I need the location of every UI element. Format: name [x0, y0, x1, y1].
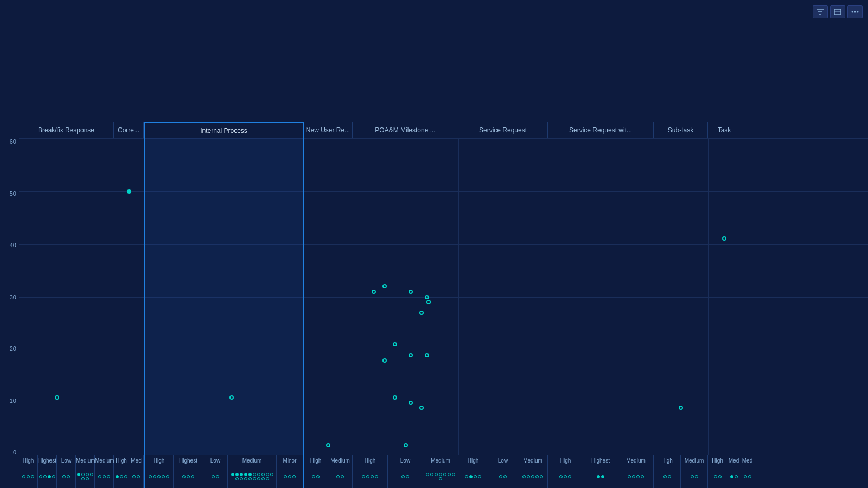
toolbar [813, 5, 863, 18]
col-header-internal[interactable]: Internal Process [144, 122, 304, 138]
y-tick-50: 50 [1, 190, 16, 197]
x-dot [448, 473, 451, 476]
x-col-int-highest: Highest [174, 455, 203, 488]
chart-area: 0 10 20 30 40 50 60 Break/fix Response C… [0, 122, 868, 488]
x-dot [527, 475, 530, 478]
more-button[interactable] [847, 5, 863, 18]
x-dot [735, 475, 738, 478]
v-grid-line [114, 138, 114, 455]
x-dot [469, 475, 473, 478]
scatter-dot [382, 358, 387, 363]
x-col-int-minor: Minor [277, 455, 304, 488]
x-dot [362, 475, 365, 478]
x-dot [375, 475, 378, 478]
svg-rect-3 [834, 9, 841, 15]
x-dot [288, 475, 291, 478]
x-col-int-med: Medium [228, 455, 277, 488]
x-dot [27, 475, 30, 478]
x-dot [235, 477, 239, 480]
x-dot [564, 475, 567, 478]
x-dot [153, 475, 156, 478]
scatter-dot [382, 284, 387, 288]
plot-and-xaxis: High Highest [19, 138, 868, 488]
x-dot [39, 475, 42, 478]
x-dot [98, 475, 101, 478]
x-dot [212, 475, 215, 478]
x-dot [628, 475, 631, 478]
x-dot [120, 475, 123, 478]
x-dot [149, 475, 152, 478]
x-dot [632, 475, 635, 478]
x-dot [244, 473, 247, 476]
x-dot [235, 473, 239, 476]
x-dot [48, 475, 51, 478]
scatter-dot [393, 395, 397, 400]
scatter-dot [393, 342, 397, 346]
x-dot [695, 475, 698, 478]
x-col-task-med1: Med [727, 455, 741, 488]
x-dot [474, 475, 477, 478]
x-dot [426, 473, 429, 476]
x-dot [540, 475, 543, 478]
x-dot [90, 473, 93, 476]
x-col-st-high: High [654, 455, 681, 488]
plot-area [19, 138, 868, 455]
x-dot [266, 473, 269, 476]
x-col-sr-low: Low [488, 455, 518, 488]
x-dot [435, 473, 438, 476]
x-col-nu-high: High [304, 455, 328, 488]
x-dot [366, 475, 369, 478]
x-dot [691, 475, 694, 478]
x-col-corre-high: High [114, 455, 129, 488]
scatter-dot [425, 295, 429, 299]
x-dot [253, 473, 256, 476]
v-grid-line [741, 138, 741, 455]
x-dot [231, 473, 234, 476]
x-col-sr-high: High [458, 455, 488, 488]
x-dot [103, 475, 106, 478]
x-dot [597, 475, 600, 478]
x-dot [312, 475, 315, 478]
svg-point-5 [852, 11, 853, 13]
x-dot [439, 473, 442, 476]
v-grid-line [304, 138, 304, 455]
col-header-sub-task: Sub-task [654, 122, 708, 138]
column-headers: Break/fix Response Corre... Internal Pro… [19, 122, 868, 138]
v-grid-line [654, 138, 654, 455]
v-grid-line [708, 138, 709, 455]
x-dot [663, 475, 667, 478]
x-dot [137, 475, 140, 478]
x-dot [43, 475, 47, 478]
x-dot [248, 473, 252, 476]
filter-button[interactable] [813, 5, 828, 18]
expand-button[interactable] [830, 5, 845, 18]
scatter-dot [419, 406, 424, 410]
col-header-break-fix: Break/fix Response [19, 122, 114, 138]
x-dot [559, 475, 563, 478]
scatter-dot [372, 290, 376, 294]
svg-point-6 [854, 11, 856, 13]
x-dot [182, 475, 186, 478]
x-dot [270, 473, 273, 476]
x-dot [401, 475, 405, 478]
col-header-task: Task [708, 122, 741, 138]
x-dot [292, 475, 296, 478]
x-dot [336, 475, 340, 478]
x-col-srw-med: Medium [618, 455, 654, 488]
x-axis: High Highest [19, 455, 868, 488]
x-dot [257, 477, 260, 480]
x-dot [266, 477, 269, 480]
scatter-dot [127, 189, 131, 194]
x-dot [641, 475, 644, 478]
x-dot [240, 477, 243, 480]
x-dot [81, 473, 85, 476]
x-dot [162, 475, 165, 478]
x-dot [132, 475, 136, 478]
x-dot [522, 475, 526, 478]
col-header-poam: POA&M Milestone ... [353, 122, 458, 138]
x-dot [253, 477, 256, 480]
x-dot [714, 475, 717, 478]
x-dot [67, 475, 70, 478]
scatter-dot [679, 406, 683, 410]
x-col-task-med2: Med [741, 455, 754, 488]
